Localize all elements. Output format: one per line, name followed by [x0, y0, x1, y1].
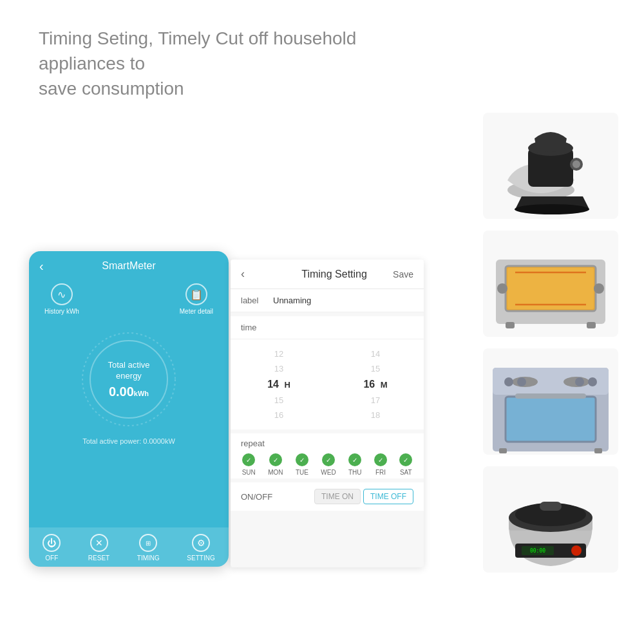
stand-mixer-svg [483, 113, 618, 219]
gauge-label: Total activeenergy [108, 360, 149, 382]
time-field-label: time [241, 323, 273, 332]
rice-cooker-box: 00:00 [483, 466, 618, 573]
hour-below-1: 15 [231, 393, 327, 407]
svg-point-38 [571, 545, 582, 556]
toaster-oven-svg [483, 231, 618, 337]
setting-icon: ⚙ [192, 534, 210, 552]
label-row: label Unnaming [231, 289, 424, 312]
rice-cooker-svg: 00:00 [483, 466, 618, 573]
svg-rect-14 [506, 322, 515, 328]
header-line2: save consumption [39, 76, 438, 101]
onoff-label: ON/OFF [241, 492, 314, 502]
phone-footer: ⏻ OFF ✕ RESET ⊞ TIMING ⚙ SETTING [29, 527, 229, 567]
min-selected: 16 M [327, 377, 424, 392]
label-value: Unnaming [273, 296, 311, 305]
timing-label: TIMING [137, 554, 160, 562]
phone-title: SmartMeter [102, 260, 156, 272]
day-wed[interactable]: ✓ WED [321, 453, 336, 476]
history-kwh-icon: ∿ [51, 283, 73, 305]
day-sat-check: ✓ [399, 453, 412, 466]
day-tue[interactable]: ✓ TUE [296, 453, 308, 476]
header-text: Timing Seting, Timely Cut off household … [39, 26, 438, 102]
time-section: time 12 13 14 H 15 16 14 15 16 M [231, 316, 424, 430]
footer-setting[interactable]: ⚙ SETTING [187, 534, 214, 562]
timing-panel: ‹ Timing Setting Save label Unnaming tim… [231, 260, 424, 567]
footer-timing[interactable]: ⊞ TIMING [137, 534, 160, 562]
svg-point-27 [588, 377, 597, 386]
hour-unit: H [284, 380, 290, 390]
svg-rect-15 [587, 322, 596, 328]
timing-header: ‹ Timing Setting Save [231, 260, 424, 289]
total-power-text: Total active power: 0.0000kW [82, 437, 175, 445]
time-off-button[interactable]: TIME OFF [363, 489, 413, 504]
day-thu[interactable]: ✓ THU [348, 453, 362, 476]
gauge-ring: Total activeenergy 0.00kWh [77, 328, 180, 431]
day-thu-label: THU [348, 469, 362, 476]
onoff-section: ON/OFF TIME ON TIME OFF [231, 482, 424, 511]
label-field-label: label [241, 296, 273, 305]
day-wed-check: ✓ [322, 453, 335, 466]
stand-mixer-box [483, 113, 618, 219]
day-mon-check: ✓ [269, 453, 282, 466]
day-sun[interactable]: ✓ SUN [242, 453, 256, 476]
svg-point-25 [517, 377, 526, 386]
svg-point-6 [515, 204, 589, 214]
time-on-button[interactable]: TIME ON [314, 489, 361, 504]
footer-reset[interactable]: ✕ RESET [88, 534, 109, 562]
history-kwh-item[interactable]: ∿ History kWh [44, 283, 79, 315]
gauge-unit: kWh [134, 389, 149, 397]
day-mon[interactable]: ✓ MON [268, 453, 283, 476]
phone-back-arrow[interactable]: ‹ [39, 259, 44, 274]
svg-point-24 [504, 377, 513, 386]
label-section: label Unnaming [231, 289, 424, 312]
appliances-column: 00:00 [483, 113, 618, 573]
time-picker: 12 13 14 H 15 16 14 15 16 M 17 18 [231, 339, 424, 430]
gauge-inner: Total activeenergy 0.00kWh [108, 360, 149, 399]
min-above-2: 15 [327, 362, 424, 375]
day-thu-check: ✓ [348, 453, 361, 466]
meter-detail-item[interactable]: 📋 Meter detail [180, 283, 213, 315]
svg-point-26 [575, 377, 584, 386]
time-picker-grid: 12 13 14 H 15 16 14 15 16 M 17 18 [231, 345, 424, 424]
svg-point-17 [594, 283, 604, 294]
timing-save-button[interactable]: Save [393, 269, 413, 279]
electric-stove-box [483, 348, 618, 455]
off-label: OFF [45, 554, 58, 562]
svg-rect-28 [515, 393, 586, 399]
day-sat-label: SAT [400, 469, 412, 476]
hours-col: 12 13 14 H 15 16 [231, 345, 327, 424]
phone-icons-row: ∿ History kWh 📋 Meter detail [29, 281, 229, 323]
mins-col: 14 15 16 M 17 18 [327, 345, 424, 424]
onoff-buttons: TIME ON TIME OFF [314, 489, 413, 504]
svg-point-7 [573, 160, 580, 168]
footer-off[interactable]: ⏻ OFF [43, 534, 61, 562]
reset-label: RESET [88, 554, 109, 562]
repeat-label: repeat [231, 433, 424, 451]
timing-back-button[interactable]: ‹ [241, 267, 245, 281]
day-mon-label: MON [268, 469, 283, 476]
days-row: ✓ SUN ✓ MON ✓ TUE ✓ WED ✓ THU ✓ FRI [231, 451, 424, 478]
day-sun-label: SUN [242, 469, 256, 476]
time-row-label: time [231, 316, 424, 339]
min-unit: M [381, 380, 388, 390]
toaster-oven-box [483, 231, 618, 337]
min-below-2: 18 [327, 408, 424, 422]
meter-detail-label: Meter detail [180, 308, 213, 315]
gauge-value: 0.00kWh [108, 384, 149, 399]
day-sat[interactable]: ✓ SAT [399, 453, 412, 476]
svg-rect-19 [506, 397, 596, 442]
history-kwh-label: History kWh [44, 308, 79, 315]
phone-mockup: ‹ SmartMeter ∿ History kWh 📋 Meter detai… [29, 251, 229, 567]
setting-label: SETTING [187, 554, 214, 562]
day-fri-label: FRI [375, 469, 386, 476]
svg-rect-34 [540, 502, 562, 511]
hour-below-2: 16 [231, 408, 327, 422]
electric-stove-svg [483, 348, 618, 455]
day-fri[interactable]: ✓ FRI [374, 453, 387, 476]
svg-text:00:00: 00:00 [530, 548, 545, 554]
hour-above-1: 12 [231, 347, 327, 361]
off-icon: ⏻ [43, 534, 61, 552]
day-tue-check: ✓ [296, 453, 308, 466]
min-above-1: 14 [327, 347, 424, 361]
svg-rect-13 [507, 268, 594, 309]
